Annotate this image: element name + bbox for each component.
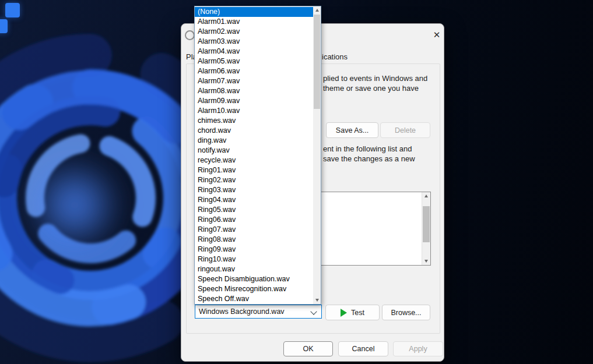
apply-button[interactable]: Apply: [393, 341, 443, 356]
dropdown-item[interactable]: Alarm09.wav: [195, 96, 313, 106]
scroll-down-icon[interactable]: [422, 257, 430, 265]
dropdown-scrollbar[interactable]: [313, 6, 321, 304]
test-button-label: Test: [351, 309, 364, 317]
dialog-icon-partial: [185, 30, 195, 40]
listbox-scroll-thumb[interactable]: [423, 206, 430, 242]
dropdown-item[interactable]: Ring04.wav: [195, 195, 313, 205]
dropdown-item[interactable]: Alarm04.wav: [195, 47, 313, 56]
events-description-line1: ent in the following list and: [323, 144, 412, 153]
dropdown-item[interactable]: Ring07.wav: [195, 225, 313, 235]
close-icon: ✕: [433, 30, 441, 40]
tab-communications-fragment[interactable]: ications: [322, 52, 348, 61]
dropdown-item[interactable]: chimes.wav: [195, 116, 313, 126]
test-button[interactable]: Test: [325, 305, 380, 320]
dropdown-item[interactable]: Ring03.wav: [195, 185, 313, 195]
dropdown-item[interactable]: Ring06.wav: [195, 215, 313, 225]
dropdown-item[interactable]: Alarm10.wav: [195, 106, 313, 116]
dropdown-item[interactable]: notify.wav: [195, 146, 313, 156]
dropdown-item[interactable]: Speech Disambiguation.wav: [195, 274, 313, 284]
sounds-combobox[interactable]: Windows Background.wav: [195, 305, 322, 319]
dropdown-item[interactable]: Alarm02.wav: [195, 27, 313, 37]
dropdown-item[interactable]: Ring05.wav: [195, 205, 313, 215]
dropdown-items: (None)Alarm01.wavAlarm02.wavAlarm03.wavA…: [195, 6, 313, 304]
dropdown-item[interactable]: Alarm05.wav: [195, 56, 313, 66]
dropdown-item[interactable]: Alarm06.wav: [195, 66, 313, 76]
dropdown-item[interactable]: Speech Misrecognition.wav: [195, 284, 313, 294]
dropdown-item[interactable]: Ring10.wav: [195, 255, 313, 264]
dropdown-item[interactable]: Ring02.wav: [195, 175, 313, 185]
cancel-button[interactable]: Cancel: [338, 341, 388, 356]
dropdown-item[interactable]: Speech Off.wav: [195, 294, 313, 304]
scroll-down-icon[interactable]: [313, 296, 321, 304]
dropdown-item[interactable]: Ring08.wav: [195, 235, 313, 245]
dropdown-item[interactable]: Alarm08.wav: [195, 86, 313, 96]
dropdown-item[interactable]: Alarm03.wav: [195, 37, 313, 47]
chevron-down-icon: [310, 308, 317, 314]
browse-button[interactable]: Browse...: [382, 305, 430, 320]
delete-button[interactable]: Delete: [380, 122, 430, 138]
dropdown-item[interactable]: chord.wav: [195, 126, 313, 136]
dropdown-item[interactable]: Ring09.wav: [195, 245, 313, 255]
dropdown-scroll-thumb[interactable]: [314, 15, 320, 109]
dropdown-item[interactable]: Ring01.wav: [195, 165, 313, 175]
scroll-up-icon[interactable]: [422, 192, 430, 200]
dropdown-item[interactable]: Alarm01.wav: [195, 17, 313, 27]
dropdown-item[interactable]: Alarm07.wav: [195, 76, 313, 86]
desktop-accent-square: [0, 19, 8, 33]
dropdown-item[interactable]: ding.wav: [195, 136, 313, 146]
dropdown-item[interactable]: (None): [195, 7, 313, 17]
scheme-description-line1: plied to events in Windows and: [323, 74, 427, 83]
sounds-dropdown-list: (None)Alarm01.wavAlarm02.wavAlarm03.wavA…: [194, 6, 321, 305]
dropdown-item[interactable]: ringout.wav: [195, 264, 313, 274]
dropdown-item[interactable]: recycle.wav: [195, 156, 313, 165]
ok-button[interactable]: OK: [283, 341, 333, 356]
play-icon: [341, 309, 347, 317]
close-button[interactable]: ✕: [429, 28, 444, 42]
combobox-value: Windows Background.wav: [199, 308, 285, 316]
listbox-scrollbar[interactable]: [422, 192, 430, 265]
desktop-accent-square: [5, 3, 20, 17]
scheme-description-line2: theme or save one you have: [323, 84, 419, 93]
events-description-line2: save the changes as a new: [323, 154, 415, 163]
save-as-button[interactable]: Save As...: [326, 122, 378, 138]
scroll-up-icon[interactable]: [313, 6, 321, 14]
